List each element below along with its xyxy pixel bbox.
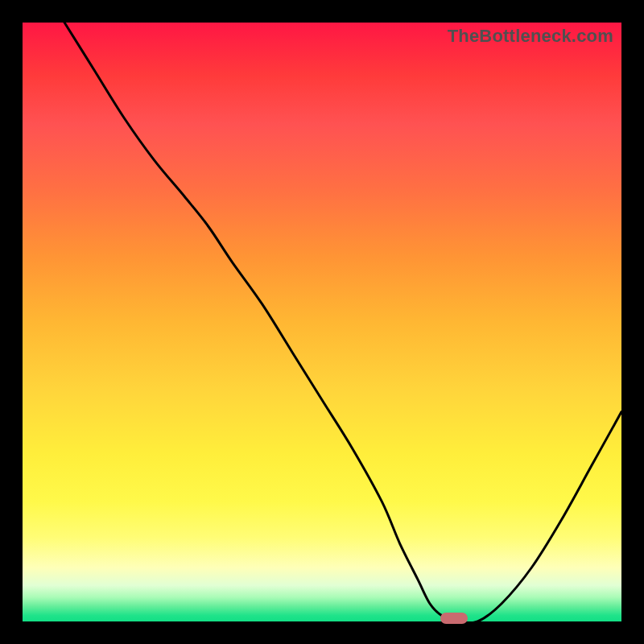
bottleneck-curve <box>23 23 621 621</box>
optimum-marker <box>440 613 468 624</box>
plot-area: TheBottleneck.com <box>23 23 621 621</box>
chart-frame: TheBottleneck.com <box>0 0 644 644</box>
